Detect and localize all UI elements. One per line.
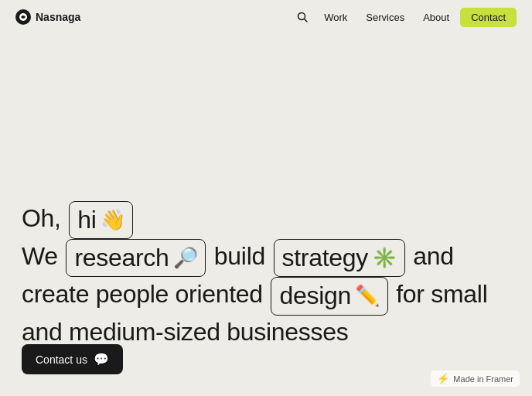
- framer-icon: ⚡: [437, 373, 449, 384]
- logo[interactable]: Nasnaga: [15, 9, 80, 25]
- nav-services-link[interactable]: Services: [358, 9, 412, 26]
- strategy-badge: strategy ✳️: [274, 239, 405, 277]
- research-badge: research 🔎: [66, 239, 206, 277]
- contact-us-button[interactable]: Contact us 💬: [22, 344, 123, 374]
- cta-label: Contact us: [36, 353, 87, 366]
- design-badge-text: design: [279, 279, 351, 312]
- hi-badge: hi 👋: [69, 201, 133, 239]
- design-emoji: ✏️: [355, 282, 380, 309]
- wave-emoji: 👋: [101, 207, 125, 234]
- search-icon[interactable]: [292, 6, 313, 28]
- nav-contact-button[interactable]: Contact: [460, 8, 517, 27]
- svg-line-2: [305, 19, 308, 22]
- strategy-badge-text: strategy: [282, 241, 368, 275]
- nav-about-link[interactable]: About: [415, 9, 457, 26]
- cta-area: Contact us 💬: [22, 344, 123, 374]
- hero-line2: We research 🔎 build strategy ✳️ and: [22, 242, 454, 270]
- logo-text: Nasnaga: [36, 11, 80, 23]
- hero-line3: create people oriented design ✏️ for sma…: [22, 280, 487, 308]
- strategy-emoji: ✳️: [372, 244, 397, 271]
- hero-line4: and medium-sized businesses: [22, 318, 348, 346]
- logo-icon: [15, 9, 31, 25]
- nav-links: Work Services About Contact: [292, 6, 517, 28]
- framer-badge: ⚡ Made in Framer: [431, 370, 520, 387]
- hero-section: Oh, hi 👋 We research 🔎 build strategy ✳️…: [22, 201, 510, 349]
- design-badge: design ✏️: [271, 277, 387, 315]
- research-emoji: 🔎: [173, 244, 198, 271]
- cta-icon: 💬: [94, 352, 109, 367]
- navbar: Nasnaga Work Services About Contact: [0, 0, 532, 34]
- hero-line1: Oh, hi 👋: [22, 204, 135, 232]
- research-badge-text: research: [74, 241, 169, 275]
- hero-text: Oh, hi 👋 We research 🔎 build strategy ✳️…: [22, 201, 510, 349]
- nav-work-link[interactable]: Work: [316, 9, 355, 26]
- hi-badge-text: hi: [77, 203, 96, 237]
- framer-label: Made in Framer: [453, 374, 513, 384]
